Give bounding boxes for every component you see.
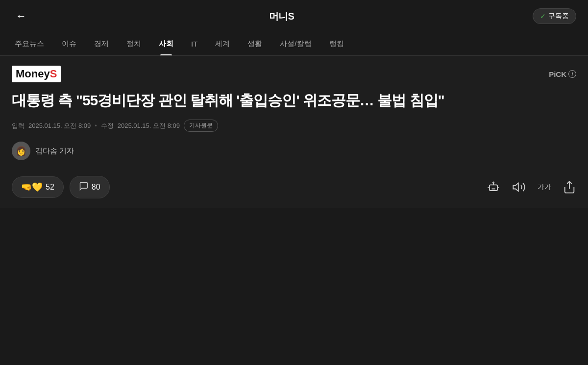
publisher-logo-s: S [50,68,57,80]
tab-life[interactable]: 생활 [239,32,271,55]
author-row: 👩 김다솜 기자 [12,142,576,160]
tab-society[interactable]: 사회 [150,32,182,55]
publisher-logo[interactable]: MoneyS [12,66,61,82]
tab-ranking[interactable]: 랭킹 [320,32,353,55]
author-name: 김다솜 기자 [35,146,74,156]
comment-icon [79,181,89,193]
original-article-button[interactable]: 기사원문 [184,120,218,132]
sound-button[interactable] [512,180,526,194]
article-title: 대통령 측 "55경비단장 관인 탈취해 '출입승인' 위조공문… 불법 침입" [12,90,576,111]
comment-count: 80 [92,183,100,192]
comment-button[interactable]: 80 [70,176,110,198]
action-bar-left: 🤜💛 52 80 [12,176,110,198]
action-bar: 🤜💛 52 80 [12,172,576,198]
publisher-row: MoneyS PiCK i [12,66,576,82]
publisher-logo-text: MoneyS [16,68,57,80]
article-container: MoneyS PiCK i 대통령 측 "55경비단장 관인 탈취해 '출입승인… [0,56,588,208]
modified-date: 2025.01.15. 오전 8:09 [118,122,180,130]
back-button[interactable]: ← [12,8,30,24]
header: ← 머니S ✓ 구독중 [0,0,588,32]
tab-editorial[interactable]: 사설/칼럼 [271,32,320,55]
tab-politics[interactable]: 정치 [118,32,150,55]
tab-it[interactable]: IT [182,33,206,55]
pick-info-icon[interactable]: i [568,70,576,78]
reaction-count: 52 [46,183,54,192]
svg-marker-2 [513,183,518,191]
article-meta: 입력 2025.01.15. 오전 8:09 • 수정 2025.01.15. … [12,120,576,132]
separator: • [95,122,97,129]
svg-rect-0 [490,185,497,191]
tab-main-news[interactable]: 주요뉴스 [6,32,53,55]
reaction-button[interactable]: 🤜💛 52 [12,176,64,198]
svg-point-1 [493,182,494,183]
author-avatar: 👩 [12,142,30,160]
subscribe-button[interactable]: ✓ 구독중 [533,8,576,24]
pick-badge: PiCK i [549,70,576,78]
tab-economy[interactable]: 경제 [85,32,118,55]
tab-world[interactable]: 세계 [206,32,239,55]
nav-tabs: 주요뉴스 이슈 경제 정치 사회 IT 세계 생활 사설/칼럼 랭킹 [0,32,588,56]
pick-label: PiCK [549,70,566,78]
subscribe-label: 구독중 [548,12,569,21]
subscribe-check-icon: ✓ [540,12,546,20]
input-date-label: 입력 [12,122,24,130]
action-bar-right: 가가 [487,180,576,194]
author-avatar-emoji: 👩 [16,146,26,156]
header-title: 머니S [269,10,294,23]
input-date: 2025.01.15. 오전 8:09 [28,122,91,130]
share-button[interactable] [563,180,576,194]
font-size-label: 가가 [538,183,551,192]
font-size-button[interactable]: 가가 [538,183,551,192]
ai-button[interactable] [487,180,500,194]
reaction-emoji: 🤜💛 [21,182,43,193]
tab-issue[interactable]: 이슈 [53,32,85,55]
modified-date-label: 수정 [101,122,114,130]
